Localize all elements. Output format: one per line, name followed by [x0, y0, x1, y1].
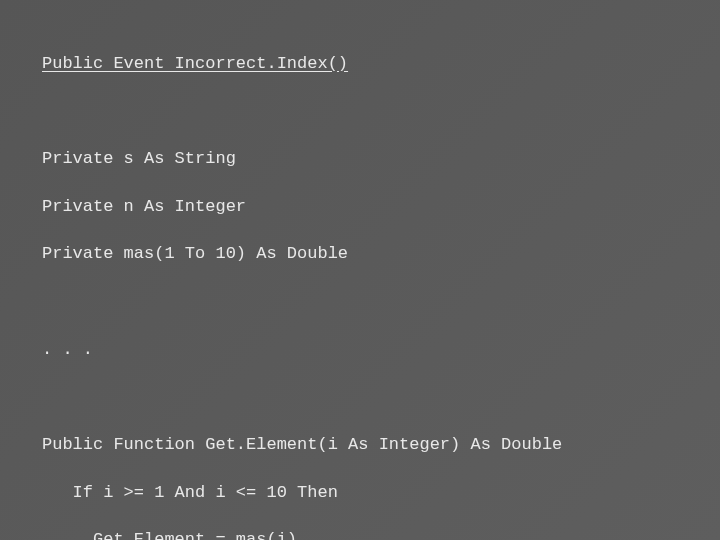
event-declaration: Public Event Incorrect.Index() [42, 52, 678, 76]
function-line-2: Get.Element = mas(i) [42, 528, 678, 540]
function-line-1: If i >= 1 And i <= 10 Then [42, 481, 678, 505]
private-line-1: Private n As Integer [42, 195, 678, 219]
private-line-2: Private mas(1 To 10) As Double [42, 242, 678, 266]
function-block: Public Function Get.Element(i As Integer… [42, 409, 678, 540]
private-line-0: Private s As String [42, 147, 678, 171]
function-line-0: Public Function Get.Element(i As Integer… [42, 433, 678, 457]
ellipsis: . . . [42, 338, 678, 362]
private-declarations-block: Private s As String Private n As Integer… [42, 123, 678, 290]
code-container: Public Event Incorrect.Index() Private s… [42, 28, 678, 540]
